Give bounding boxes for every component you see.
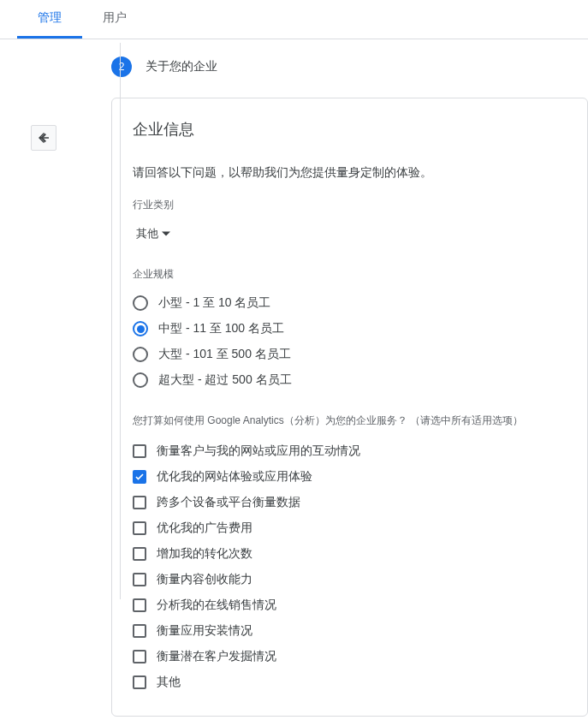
checkbox-label: 增加我的转化次数	[157, 546, 252, 562]
checkbox-label: 优化我的网站体验或应用体验	[157, 469, 312, 485]
checkbox-icon	[133, 444, 146, 458]
usage-checkbox-item[interactable]: 优化我的网站体验或应用体验	[133, 464, 567, 490]
checkbox-icon	[133, 470, 146, 484]
tab-bar: 管理 用户	[0, 0, 588, 39]
industry-dropdown[interactable]: 其他	[133, 221, 174, 247]
checkbox-label: 衡量客户与我的网站或应用的互动情况	[157, 443, 360, 459]
checkbox-icon	[133, 521, 146, 535]
tab-user[interactable]: 用户	[82, 0, 147, 39]
size-radio-item[interactable]: 中型 - 11 至 100 名员工	[133, 316, 567, 342]
usage-checkbox-item[interactable]: 衡量潜在客户发掘情况	[133, 644, 567, 669]
arrow-left-icon	[36, 130, 51, 146]
checkbox-label: 跨多个设备或平台衡量数据	[157, 495, 300, 510]
checkbox-icon	[133, 547, 146, 561]
checkbox-icon	[133, 675, 146, 689]
size-radio-group: 小型 - 1 至 10 名员工中型 - 11 至 100 名员工大型 - 101…	[133, 290, 567, 393]
business-info-card: 企业信息 请回答以下问题，以帮助我们为您提供量身定制的体验。 行业类别 其他 企…	[111, 98, 588, 717]
chevron-down-icon	[162, 229, 170, 238]
card-title: 企业信息	[133, 119, 567, 140]
checkbox-label: 衡量应用安装情况	[157, 623, 252, 639]
usage-checkbox-item[interactable]: 分析我的在线销售情况	[133, 592, 567, 618]
checkbox-label: 分析我的在线销售情况	[157, 598, 276, 613]
tab-admin[interactable]: 管理	[17, 0, 82, 39]
usage-checkbox-item[interactable]: 衡量应用安装情况	[133, 618, 567, 644]
usage-label: 您打算如何使用 Google Analytics（分析）为您的企业服务？ （请选…	[133, 414, 567, 428]
usage-checkbox-item[interactable]: 其他	[133, 669, 567, 695]
card-description: 请回答以下问题，以帮助我们为您提供量身定制的体验。	[133, 165, 567, 181]
checkbox-icon	[133, 573, 146, 586]
radio-icon	[133, 321, 148, 336]
size-radio-item[interactable]: 超大型 - 超过 500 名员工	[133, 367, 567, 393]
usage-checkbox-item[interactable]: 增加我的转化次数	[133, 541, 567, 567]
checkbox-label: 衡量内容创收能力	[157, 572, 252, 587]
back-arrow-button[interactable]	[31, 125, 56, 151]
usage-checkbox-group: 衡量客户与我的网站或应用的互动情况优化我的网站体验或应用体验跨多个设备或平台衡量…	[133, 438, 567, 695]
usage-checkbox-item[interactable]: 优化我的广告费用	[133, 515, 567, 541]
industry-label: 行业类别	[133, 198, 567, 212]
step-title: 关于您的企业	[146, 59, 217, 74]
checkbox-icon	[133, 496, 146, 509]
radio-label: 小型 - 1 至 10 名员工	[158, 295, 270, 311]
radio-icon	[133, 372, 148, 388]
radio-label: 超大型 - 超过 500 名员工	[158, 372, 292, 388]
step-header: 2 关于您的企业	[111, 57, 588, 77]
step-number-badge: 2	[111, 57, 132, 77]
size-radio-item[interactable]: 小型 - 1 至 10 名员工	[133, 290, 567, 316]
checkbox-label: 优化我的广告费用	[157, 521, 252, 536]
radio-label: 中型 - 11 至 100 名员工	[158, 321, 284, 336]
industry-selected: 其他	[136, 226, 158, 241]
checkbox-icon	[133, 598, 146, 612]
checkbox-icon	[133, 624, 146, 638]
usage-checkbox-item[interactable]: 衡量内容创收能力	[133, 567, 567, 592]
radio-label: 大型 - 101 至 500 名员工	[158, 347, 291, 362]
checkbox-label: 其他	[157, 675, 181, 690]
usage-checkbox-item[interactable]: 衡量客户与我的网站或应用的互动情况	[133, 438, 567, 464]
size-radio-item[interactable]: 大型 - 101 至 500 名员工	[133, 342, 567, 367]
step-timeline	[120, 43, 121, 599]
checkbox-icon	[133, 650, 146, 663]
size-label: 企业规模	[133, 267, 567, 282]
radio-icon	[133, 295, 148, 311]
radio-icon	[133, 347, 148, 362]
usage-checkbox-item[interactable]: 跨多个设备或平台衡量数据	[133, 490, 567, 515]
checkbox-label: 衡量潜在客户发掘情况	[157, 649, 276, 664]
